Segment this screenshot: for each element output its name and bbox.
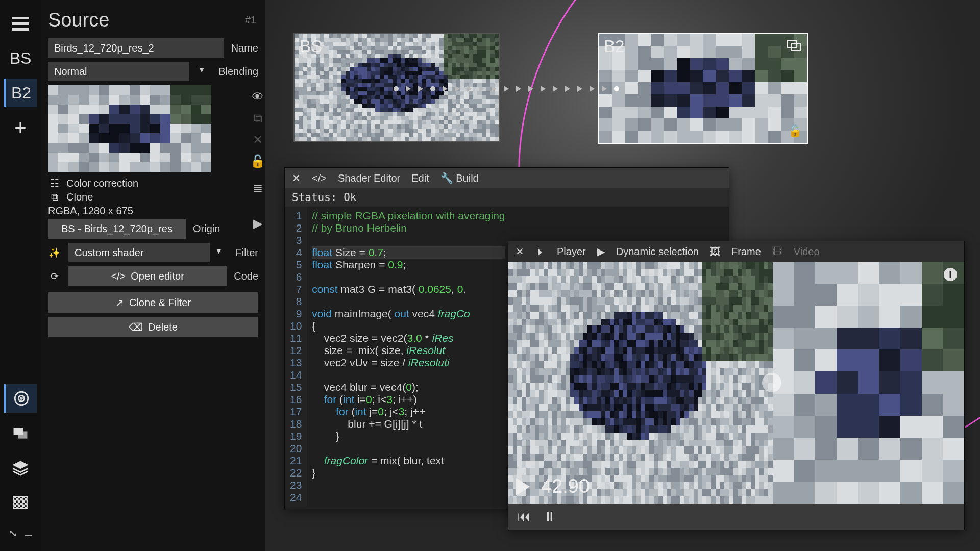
edit-menu[interactable]: Edit [411,172,429,184]
node-lock-icon[interactable]: 🔓 [788,124,802,138]
name-label: Name [231,42,258,54]
clone-label: Clone [66,191,93,203]
player-viewport[interactable]: i 42.90 [508,262,964,504]
node-b2[interactable]: B2 🔓 [598,33,808,144]
split-handle[interactable] [762,373,781,392]
code-icon: </> [312,172,327,184]
collapse-icon[interactable]: ⤡ [9,527,17,543]
link-icon[interactable]: ⧉ [254,111,262,126]
filter-select[interactable] [68,243,210,262]
clone-filter-button[interactable]: ↗Clone & Filter [48,292,258,313]
geometry-mode-button[interactable] [4,419,37,447]
origin-button[interactable]: BS - Birds_12_720p_res [48,219,186,239]
origin-label: Origin [193,223,220,235]
image-icon: 🖼 [710,246,720,258]
add-source-button[interactable]: + [4,113,37,142]
video-tab: Video [794,246,820,258]
left-dock: BS B2 + ⤡ – [0,0,41,551]
filter-label: Filter [236,247,258,259]
texture-mode-button[interactable] [4,488,37,517]
code-icon: </> [111,270,126,282]
source-thumbnail [48,85,211,172]
format-text: RGBA, 1280 x 675 [48,205,133,217]
layers-mode-button[interactable] [4,454,37,482]
frame-tab[interactable]: Frame [731,246,761,258]
refresh-icon[interactable]: ⟳ [48,270,61,282]
clone-icon: ⧉ [48,191,61,203]
play-icon[interactable]: ▶ [253,216,262,231]
blending-label: Blending [218,66,258,78]
shader-editor-title: Shader Editor [338,172,400,184]
player-window: ✕ ⏵Player ▶Dynamic selection 🖼Frame 🎞Vid… [508,241,965,530]
source-panel: Source #1 Name Blending 👁 ⧉ ✕ 🔓 ≣ ▶ ☷Col… [41,0,265,551]
close-icon[interactable]: ✕ [292,172,301,184]
backspace-icon: ⌫ [129,321,143,333]
panel-title: Source [48,9,258,31]
menu-button[interactable] [4,9,37,38]
svg-rect-7 [13,497,28,509]
node-b2-label: B2 [604,37,624,56]
sliders-icon: ☷ [48,177,61,189]
svg-rect-4 [18,432,27,438]
source-b2-tab[interactable]: B2 [4,79,37,107]
delete-button[interactable]: ⌫Delete [48,317,258,337]
pause-button[interactable]: ⏸ [543,509,556,524]
blending-select[interactable] [48,62,189,81]
player-tab[interactable]: Player [557,246,586,258]
minimize-icon[interactable]: – [24,527,32,543]
shader-status: Status: Ok [285,188,729,207]
play-circle-icon: ⏵ [535,246,546,258]
film-icon: 🎞 [772,246,782,258]
color-correction-label[interactable]: Color correction [66,178,138,189]
dynamic-selection-tab[interactable]: Dynamic selection [616,246,699,258]
visibility-icon[interactable]: 👁 [252,90,264,104]
play-icon [516,478,530,496]
lock-icon[interactable]: 🔓 [250,154,265,168]
share-icon: ↗ [115,296,124,309]
name-input[interactable] [48,38,224,58]
node-bs-label: BS [300,37,322,56]
close-icon[interactable]: ✕ [516,245,524,258]
svg-point-2 [20,397,22,399]
play-icon: ▶ [597,245,605,258]
source-index: #1 [245,14,256,26]
info-icon[interactable]: i [944,268,957,281]
skip-start-button[interactable]: ⏮ [518,509,531,524]
list-icon[interactable]: ≣ [253,181,263,195]
code-label: Code [234,270,258,282]
stack-icon[interactable] [787,40,802,55]
open-editor-button[interactable]: </>Open editor [68,266,227,286]
player-timecode: 42.90 [541,475,590,497]
build-button[interactable]: 🔧 Build [440,172,479,184]
wand-icon: ✨ [48,247,61,259]
mixing-mode-button[interactable] [4,384,37,413]
source-bs-tab[interactable]: BS [4,44,37,72]
shuffle-icon[interactable]: ✕ [253,133,263,147]
